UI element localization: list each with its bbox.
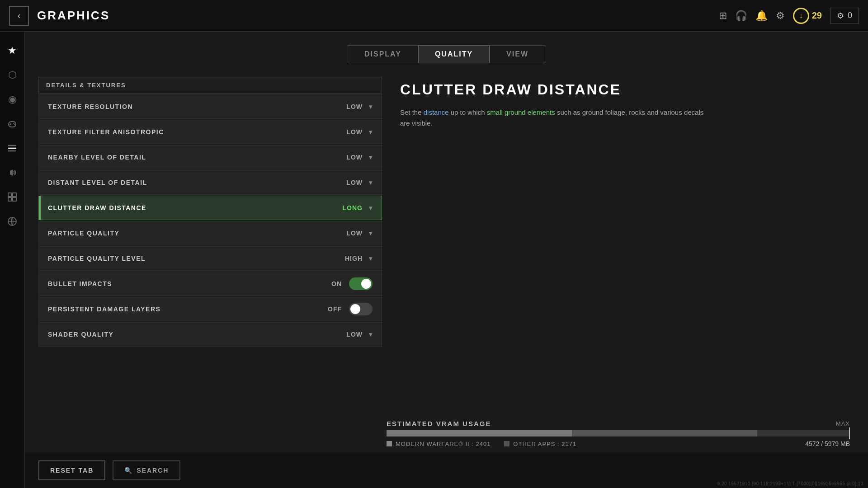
vram-mw-label: MODERN WARFARE® II : 2401: [396, 441, 491, 447]
chevron-icon: ▾: [369, 331, 373, 338]
sidebar-item-controller[interactable]: [2, 114, 22, 134]
back-icon: ‹: [18, 10, 21, 21]
legend-dot-mw: [387, 441, 392, 446]
setting-row-nearby-lod[interactable]: NEARBY LEVEL OF DETAIL LOW ▾: [38, 145, 382, 169]
setting-value-texture-filter: LOW ▾: [346, 128, 382, 136]
download-badge[interactable]: ↓ 29: [793, 8, 822, 24]
setting-row-particle-quality[interactable]: PARTICLE QUALITY LOW ▾: [38, 221, 382, 245]
chevron-icon: ▾: [369, 204, 373, 211]
setting-row-texture-resolution[interactable]: TEXTURE RESOLUTION LOW ▾: [38, 94, 382, 119]
chevron-icon: ▾: [369, 255, 373, 262]
vram-bar-other: [572, 430, 757, 436]
search-button[interactable]: 🔍 SEARCH: [113, 460, 180, 480]
svg-rect-12: [13, 197, 16, 201]
setting-label-particle-quality: PARTICLE QUALITY: [39, 230, 346, 237]
reset-tab-button[interactable]: RESET TAB: [38, 460, 105, 480]
toggle-label-bullet: ON: [331, 280, 342, 287]
back-button[interactable]: ‹: [9, 6, 29, 26]
vram-legend-mw: MODERN WARFARE® II : 2401: [387, 441, 491, 447]
setting-row-texture-filter[interactable]: TEXTURE FILTER ANISOTROPIC LOW ▾: [38, 120, 382, 144]
chevron-icon: ▾: [369, 154, 373, 161]
vram-bar: [387, 430, 850, 436]
description-text: Set the distance up to which small groun…: [400, 107, 708, 129]
setting-row-clutter-draw[interactable]: CLUTTER DRAW DISTANCE LONG ▾: [38, 196, 382, 220]
toggle-container-bullet: ON: [331, 277, 382, 290]
setting-label-particle-level: PARTICLE QUALITY LEVEL: [39, 255, 345, 262]
sidebar-item-favorites[interactable]: ★: [2, 41, 22, 61]
sidebar-item-lines[interactable]: [2, 138, 22, 158]
toggle-container-damage: OFF: [328, 303, 382, 315]
sidebar-item-person[interactable]: ◉: [2, 89, 22, 109]
sidebar-item-star[interactable]: ⬡: [2, 65, 22, 85]
svg-rect-9: [8, 193, 12, 197]
setting-label-clutter-draw: CLUTTER DRAW DISTANCE: [39, 204, 343, 211]
setting-label-bullet-impacts: BULLET IMPACTS: [39, 280, 331, 287]
topbar: ‹ GRAPHICS ⊞ 🎧 🔔 ⚙ ↓ 29 ⚙ 0: [0, 0, 868, 32]
bell-icon[interactable]: 🔔: [755, 10, 768, 22]
topbar-icons: ⊞ 🎧 🔔 ⚙ ↓ 29 ⚙ 0: [719, 8, 859, 24]
chevron-icon: ▾: [369, 103, 373, 110]
settings-icon[interactable]: ⚙: [776, 10, 785, 22]
setting-label-shader-quality: SHADER QUALITY: [39, 331, 346, 338]
vram-max-line: [849, 427, 850, 439]
svg-rect-10: [13, 193, 16, 197]
svg-rect-2: [9, 124, 11, 125]
bug-badge[interactable]: ⚙ 0: [830, 8, 859, 24]
vram-total: 4572 / 5979 MB: [805, 440, 850, 447]
download-circle: ↓: [793, 8, 809, 24]
vram-other-label: OTHER APPS : 2171: [513, 441, 576, 447]
setting-value-nearby-lod: LOW ▾: [346, 154, 382, 161]
tabs-bar: DISPLAY QUALITY VIEW: [25, 32, 868, 77]
setting-value-distant-lod: LOW ▾: [346, 179, 382, 186]
vram-bar-mw: [387, 430, 572, 436]
toggle-persistent-damage[interactable]: [349, 303, 373, 315]
setting-row-shader-quality[interactable]: SHADER QUALITY LOW ▾: [38, 322, 382, 347]
setting-value-texture-resolution: LOW ▾: [346, 103, 382, 110]
svg-rect-11: [8, 197, 12, 201]
highlight-distance: distance: [424, 108, 449, 116]
description-title: CLUTTER DRAW DISTANCE: [400, 81, 854, 98]
svg-point-3: [13, 123, 14, 124]
vram-title: ESTIMATED VRAM USAGE: [387, 420, 491, 427]
vram-legend-other: OTHER APPS : 2171: [504, 441, 576, 447]
setting-value-shader-quality: LOW ▾: [346, 331, 382, 338]
highlight-elements: small ground elements: [487, 108, 555, 116]
sidebar-item-audio[interactable]: [2, 163, 22, 183]
settings-list: TEXTURE RESOLUTION LOW ▾ TEXTURE FILTER …: [38, 94, 382, 347]
sidebar-item-panels[interactable]: [2, 187, 22, 207]
vram-legend: MODERN WARFARE® II : 2401 OTHER APPS : 2…: [387, 440, 850, 447]
build-info: 9.20.15571910 [90:118:2193+11] T [7000][…: [717, 481, 863, 486]
page-title: GRAPHICS: [37, 9, 110, 23]
grid-icon[interactable]: ⊞: [719, 10, 727, 22]
search-label: SEARCH: [137, 467, 169, 474]
bug-count: 0: [848, 11, 852, 20]
setting-row-particle-level[interactable]: PARTICLE QUALITY LEVEL HIGH ▾: [38, 246, 382, 271]
section-header: DETAILS & TEXTURES: [38, 77, 382, 94]
legend-dot-other: [504, 441, 509, 446]
bug-icon: ⚙: [837, 11, 844, 21]
toggle-label-damage: OFF: [328, 305, 342, 313]
vram-max-label: MAX: [836, 420, 850, 427]
chevron-icon: ▾: [369, 179, 373, 186]
setting-row-persistent-damage[interactable]: PERSISTENT DAMAGE LAYERS OFF: [38, 297, 382, 321]
sidebar-item-network[interactable]: [2, 211, 22, 231]
chevron-icon: ▾: [369, 128, 373, 136]
tab-display[interactable]: DISPLAY: [348, 45, 418, 63]
setting-row-distant-lod[interactable]: DISTANT LEVEL OF DETAIL LOW ▾: [38, 170, 382, 195]
svg-marker-8: [10, 169, 13, 176]
setting-label-persistent-damage: PERSISTENT DAMAGE LAYERS: [39, 305, 328, 313]
setting-label-distant-lod: DISTANT LEVEL OF DETAIL: [39, 179, 346, 186]
tab-quality[interactable]: QUALITY: [418, 45, 490, 63]
setting-value-particle-quality: LOW ▾: [346, 230, 382, 237]
svg-point-4: [14, 124, 15, 125]
tab-view[interactable]: VIEW: [490, 45, 545, 63]
vram-section: ESTIMATED VRAM USAGE MAX MODERN WARFARE®…: [387, 420, 850, 447]
setting-value-particle-level: HIGH ▾: [345, 255, 382, 262]
search-icon: 🔍: [124, 467, 133, 474]
setting-label-texture-resolution: TEXTURE RESOLUTION: [39, 103, 346, 110]
toggle-bullet-impacts[interactable]: [349, 277, 373, 290]
headphones-icon[interactable]: 🎧: [735, 10, 747, 22]
setting-row-bullet-impacts[interactable]: BULLET IMPACTS ON: [38, 272, 382, 296]
setting-value-clutter-draw: LONG ▾: [343, 204, 382, 211]
setting-label-texture-filter: TEXTURE FILTER ANISOTROPIC: [39, 128, 346, 136]
